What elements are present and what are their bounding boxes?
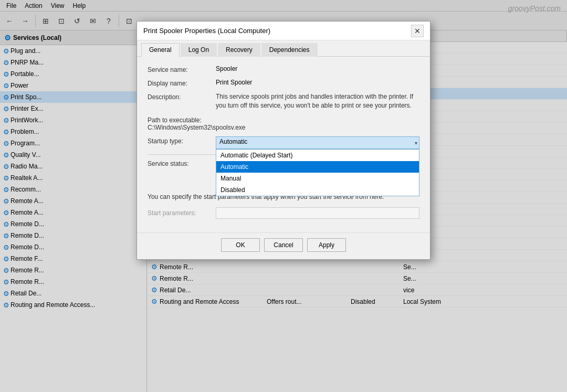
startup-row: Startup type: Automatic ▾ Automatic (Del… (148, 136, 419, 149)
dialog-tabs: General Log On Recovery Dependencies (137, 40, 430, 57)
ok-button[interactable]: OK (221, 238, 260, 252)
start-params-row: Start parameters: (148, 207, 419, 219)
field-row-service-name: Service name: Spooler (148, 65, 419, 73)
field-row-description: Description: This service spools print j… (148, 92, 419, 110)
service-status-label: Service status: (148, 160, 216, 167)
service-name-label: Service name: (148, 65, 216, 73)
apply-button[interactable]: Apply (307, 238, 346, 252)
description-label: Description: (148, 92, 216, 101)
display-name-label: Display name: (148, 79, 216, 87)
startup-type-label: Startup type: (148, 136, 216, 145)
properties-dialog: Print Spooler Properties (Local Computer… (136, 21, 430, 260)
path-label: Path to executable: (148, 115, 216, 124)
field-path: Path to executable: C:\Windows\System32\… (148, 115, 419, 131)
description-value: This service spools print jobs and handl… (216, 92, 419, 110)
path-value: C:\Windows\System32\spoolsv.exe (148, 124, 419, 131)
service-name-value: Spooler (216, 65, 419, 72)
tab-recovery[interactable]: Recovery (218, 43, 260, 57)
tab-dependencies[interactable]: Dependencies (261, 43, 318, 57)
option-automatic-delayed[interactable]: Automatic (Delayed Start) (216, 150, 419, 161)
start-params-label: Start parameters: (148, 209, 216, 217)
option-manual[interactable]: Manual (216, 173, 419, 184)
startup-type-dropdown[interactable]: Automatic ▾ Automatic (Delayed Start) Au… (216, 136, 419, 149)
start-params-input[interactable] (216, 207, 419, 219)
dialog-close-button[interactable]: ✕ (411, 25, 424, 37)
tab-general[interactable]: General (141, 43, 180, 57)
display-name-value: Print Spooler (216, 79, 419, 86)
dialog-titlebar: Print Spooler Properties (Local Computer… (137, 22, 430, 40)
field-row-display-name: Display name: Print Spooler (148, 79, 419, 87)
option-disabled[interactable]: Disabled (216, 184, 419, 196)
cancel-button[interactable]: Cancel (264, 238, 303, 252)
dialog-body: Service name: Spooler Display name: Prin… (137, 57, 430, 232)
dialog-footer: OK Cancel Apply (137, 232, 430, 259)
dropdown-options-list: Automatic (Delayed Start) Automatic Manu… (216, 149, 419, 196)
dialog-title: Print Spooler Properties (Local Computer… (143, 27, 270, 35)
option-automatic[interactable]: Automatic (216, 161, 419, 173)
tab-logon[interactable]: Log On (181, 43, 217, 57)
startup-type-selected[interactable]: Automatic (216, 136, 419, 149)
dialog-overlay: Print Spooler Properties (Local Computer… (0, 0, 567, 392)
